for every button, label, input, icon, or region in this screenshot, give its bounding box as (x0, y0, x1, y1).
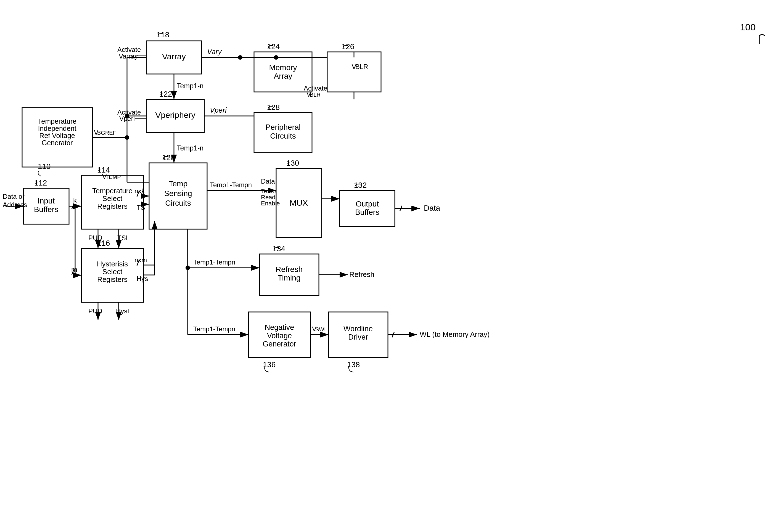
svg-text:Temp: Temp (169, 179, 187, 188)
svg-text:Independent: Independent (38, 125, 76, 132)
svg-text:BLR: BLR (355, 63, 368, 70)
svg-text:138: 138 (347, 360, 360, 369)
svg-text:TSL: TSL (117, 234, 129, 242)
svg-text:Select: Select (102, 194, 123, 203)
svg-text:Temperature: Temperature (92, 187, 133, 195)
svg-text:Address: Address (3, 201, 27, 208)
svg-text:Circuits: Circuits (165, 199, 191, 207)
svg-text:BGREF: BGREF (97, 130, 116, 136)
svg-text:Registers: Registers (97, 202, 128, 210)
svg-text:Array: Array (274, 72, 292, 80)
svg-text:Input: Input (38, 197, 55, 205)
svg-text:SWL: SWL (315, 326, 327, 332)
svg-text:Registers: Registers (97, 275, 128, 284)
svg-text:Generator: Generator (263, 340, 296, 348)
svg-text:Wordline: Wordline (343, 325, 373, 333)
circuit-diagram-svg: Varray 118 Vperiphery 122 Temp Sensing C… (0, 0, 772, 532)
svg-text:WL (to Memory Array): WL (to Memory Array) (420, 330, 490, 338)
svg-text:Driver: Driver (348, 333, 368, 341)
svg-point-71 (274, 55, 278, 60)
svg-text:110: 110 (38, 162, 51, 171)
svg-text:Data: Data (424, 204, 440, 212)
svg-text:HysL: HysL (116, 307, 131, 315)
svg-text:Vperiphery: Vperiphery (155, 110, 195, 120)
svg-text:MUX: MUX (290, 198, 308, 207)
svg-text:Temp1-n: Temp1-n (177, 82, 203, 90)
svg-text:Generator: Generator (42, 139, 73, 147)
svg-text:Data or: Data or (3, 193, 25, 200)
svg-text:TEMP: TEMP (105, 174, 121, 180)
svg-text:Select: Select (102, 268, 123, 276)
svg-text:Activate: Activate (117, 46, 141, 53)
svg-text:Circuits: Circuits (270, 132, 296, 140)
svg-text:k: k (73, 196, 77, 205)
svg-text:Temperature: Temperature (38, 117, 76, 125)
svg-text:Output: Output (356, 200, 379, 208)
svg-text:Buffers: Buffers (34, 205, 58, 214)
svg-text:Temp1-n: Temp1-n (177, 144, 203, 152)
svg-text:PUD: PUD (88, 307, 102, 315)
svg-text:Refresh: Refresh (276, 265, 303, 274)
svg-text:Peripheral: Peripheral (265, 123, 301, 131)
svg-text:TS: TS (137, 204, 145, 211)
diagram-container: Varray 118 Vperiphery 122 Temp Sensing C… (0, 0, 772, 532)
svg-text:136: 136 (263, 360, 276, 369)
svg-text:100: 100 (740, 22, 756, 32)
svg-text:Data: Data (261, 178, 275, 185)
svg-text:Vperi: Vperi (210, 106, 227, 114)
svg-text:Temp1-Tempn: Temp1-Tempn (193, 325, 235, 333)
svg-text:Voltage: Voltage (267, 332, 292, 340)
svg-text:Memory: Memory (269, 63, 297, 72)
svg-text:Ref Voltage: Ref Voltage (39, 132, 75, 139)
svg-text:Varray: Varray (162, 52, 186, 61)
svg-text:Enable: Enable (261, 200, 280, 207)
svg-point-115 (186, 266, 190, 270)
svg-text:Vary: Vary (207, 47, 222, 56)
svg-text:Negative: Negative (265, 323, 294, 332)
svg-text:Hys: Hys (137, 275, 148, 282)
svg-text:Varray: Varray (119, 52, 138, 60)
svg-text:nxm: nxm (134, 256, 147, 264)
svg-text:Buffers: Buffers (355, 208, 379, 216)
svg-text:Temp1-Tempn: Temp1-Tempn (210, 181, 252, 189)
svg-rect-18 (327, 52, 381, 92)
svg-text:Sensing: Sensing (164, 189, 192, 198)
svg-text:Timing: Timing (278, 274, 301, 282)
svg-text:Hysterisis: Hysterisis (97, 260, 128, 268)
svg-text:Refresh: Refresh (349, 270, 374, 279)
svg-text:Temp1-Tempn: Temp1-Tempn (193, 258, 235, 266)
svg-text:nxk: nxk (134, 187, 145, 195)
svg-text:PUD: PUD (88, 234, 102, 242)
svg-text:BLR: BLR (310, 92, 321, 98)
